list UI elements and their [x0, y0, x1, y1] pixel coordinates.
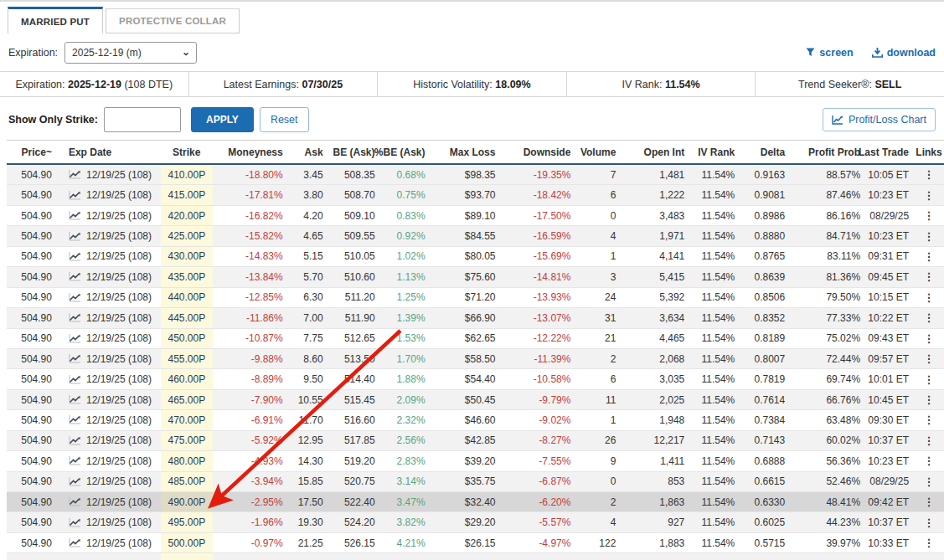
mini-chart-icon[interactable] [69, 375, 81, 384]
table-row[interactable]: 504.9012/19/25 (108)445.00P-11.86%7.0051… [7, 308, 944, 328]
cell-downside: -19.35% [500, 165, 575, 184]
tab-married-put[interactable]: MARRIED PUT [8, 7, 103, 33]
cell-delta: 0.7819 [740, 369, 790, 388]
column-header-strike[interactable]: Strike [161, 146, 213, 158]
table-row[interactable]: 504.9012/19/25 (108)460.00P-8.89%9.50514… [7, 369, 944, 389]
column-header-volume[interactable]: Volume [575, 146, 621, 158]
table-row[interactable]: 504.9012/19/25 (108)490.00P-2.95%17.5052… [7, 492, 944, 512]
cell-strike: 500.00P [161, 533, 213, 552]
row-links-kebab-icon[interactable]: ⋮ [924, 476, 935, 487]
row-links-kebab-icon[interactable]: ⋮ [924, 312, 935, 323]
table-row[interactable]: 504.9012/19/25 (108)410.00P-18.80%3.4550… [7, 165, 944, 185]
row-links-kebab-icon[interactable]: ⋮ [924, 251, 935, 262]
profit-loss-chart-button[interactable]: Profit/Loss Chart [823, 108, 936, 131]
mini-chart-icon[interactable] [69, 313, 81, 322]
cell-downside: -15.69% [500, 247, 575, 266]
tab-protective-collar[interactable]: PROTECTIVE COLLAR [106, 8, 240, 33]
row-links-kebab-icon[interactable]: ⋮ [924, 394, 935, 405]
column-header-last_trade[interactable]: Last Trade [865, 146, 914, 158]
table-row[interactable]: 504.9012/19/25 (108)430.00P-14.83%5.1551… [7, 247, 944, 267]
table-row[interactable]: 504.9012/19/25 (108)470.00P-6.91%11.7051… [7, 410, 944, 430]
table-row[interactable]: 504.9012/19/25 (108)435.00P-13.84%5.7051… [7, 267, 944, 287]
download-button[interactable]: download [872, 47, 936, 59]
cell-last_trade: 10:22 ET [865, 308, 914, 327]
mini-chart-icon[interactable] [69, 232, 81, 241]
mini-chart-icon[interactable] [69, 211, 81, 220]
apply-button[interactable]: APPLY [191, 107, 254, 132]
mini-chart-icon[interactable] [69, 436, 81, 445]
mini-chart-icon[interactable] [69, 170, 81, 179]
row-links-kebab-icon[interactable]: ⋮ [924, 292, 935, 303]
row-links-kebab-icon[interactable]: ⋮ [924, 414, 935, 425]
column-header-exp[interactable]: Exp Date [57, 146, 161, 158]
row-links-kebab-icon[interactable]: ⋮ [924, 455, 935, 466]
cell-links: ⋮ [914, 247, 944, 266]
row-links-kebab-icon[interactable]: ⋮ [924, 190, 935, 201]
cell-price: 504.90 [7, 492, 57, 511]
table-row[interactable]: 504.9012/19/25 (108)450.00P-10.87%7.7551… [7, 329, 944, 349]
column-header-profit_prob[interactable]: Profit Prob [790, 146, 865, 158]
cell-open_int: 1,411 [621, 451, 689, 470]
row-links-kebab-icon[interactable]: ⋮ [924, 231, 935, 242]
table-row[interactable]: 504.9012/19/25 (108)420.00P-16.82%4.2050… [7, 206, 944, 226]
mini-chart-icon[interactable] [69, 354, 81, 363]
reset-button[interactable]: Reset [260, 107, 309, 132]
mini-chart-icon[interactable] [69, 272, 81, 281]
cell-moneyness: -12.85% [213, 288, 288, 307]
row-links-kebab-icon[interactable]: ⋮ [924, 210, 935, 221]
cell-strike: 455.00P [161, 349, 213, 368]
cell-delta [740, 553, 790, 560]
screen-button[interactable]: screen [806, 47, 853, 59]
mini-chart-icon[interactable] [69, 456, 81, 465]
column-header-max_loss[interactable]: Max Loss [431, 146, 501, 158]
column-header-price[interactable]: Price~ [7, 146, 57, 158]
table-row[interactable]: 504.9012/19/25 (108)425.00P-15.82%4.6550… [7, 226, 944, 246]
column-header-links[interactable]: Links [914, 146, 944, 158]
row-links-kebab-icon[interactable]: ⋮ [924, 353, 935, 364]
cell-be_pct: 2.09% [380, 390, 431, 409]
column-header-be_pct[interactable]: %BE (Ask) [380, 146, 431, 158]
cell-be: 509.10 [328, 206, 380, 225]
table-row[interactable]: 504.9012/19/25 (108)500.00P-0.97%21.2552… [7, 533, 944, 553]
column-header-iv_rank[interactable]: IV Rank [689, 146, 740, 158]
table-row[interactable]: 504.9012/19/25 (108)475.00P-5.92%12.9551… [7, 431, 944, 451]
table-row[interactable]: 504.9012/19/25 (108)455.00P-9.88%8.60513… [7, 349, 944, 369]
mini-chart-icon[interactable] [69, 497, 81, 506]
column-header-be[interactable]: BE (Ask) [328, 146, 380, 158]
cell-ask: 3.45 [288, 165, 328, 184]
mini-chart-icon[interactable] [69, 395, 81, 404]
table-row[interactable]: 504.9012/19/25 (108)465.00P-7.90%10.5551… [7, 390, 944, 410]
table-row[interactable]: 504.9012/19/25 (108)480.00P-4.93%14.3051… [7, 451, 944, 471]
row-links-kebab-icon[interactable]: ⋮ [924, 169, 935, 180]
mini-chart-icon[interactable] [69, 293, 81, 302]
column-header-open_int[interactable]: Open Int [621, 146, 689, 158]
strike-filter-input[interactable] [104, 107, 181, 132]
column-header-downside[interactable]: Downside [500, 146, 575, 158]
mini-chart-icon[interactable] [69, 191, 81, 200]
mini-chart-icon[interactable] [69, 477, 81, 486]
row-links-kebab-icon[interactable]: ⋮ [924, 374, 935, 385]
table-row[interactable]: 504.9012/19/25 (108)440.00P-12.85%6.3051… [7, 288, 944, 308]
expiration-select[interactable]: 2025-12-19 (m) ⌄ [64, 42, 197, 64]
mini-chart-icon[interactable] [69, 538, 81, 547]
mini-chart-icon[interactable] [69, 334, 81, 343]
mini-chart-icon[interactable] [69, 252, 81, 261]
table-row[interactable]: 504.9012/19/25 (108)415.00P-17.81%3.8050… [7, 185, 944, 205]
mini-chart-icon[interactable] [69, 518, 81, 527]
row-links-kebab-icon[interactable]: ⋮ [924, 496, 935, 507]
row-links-kebab-icon[interactable]: ⋮ [924, 271, 935, 282]
row-links-kebab-icon[interactable]: ⋮ [924, 517, 935, 528]
row-links-kebab-icon[interactable]: ⋮ [924, 537, 935, 548]
table-row[interactable]: 504.9012/19/25 (108)495.00P-1.96%19.3052… [7, 512, 944, 532]
row-links-kebab-icon[interactable]: ⋮ [924, 333, 935, 344]
column-header-delta[interactable]: Delta [740, 146, 790, 158]
column-header-ask[interactable]: Ask [288, 146, 328, 158]
cell-volume: 24 [575, 288, 621, 307]
cell-profit_prob: 86.16% [790, 206, 865, 225]
row-links-kebab-icon[interactable]: ⋮ [924, 435, 935, 446]
cell-price: 504.90 [7, 329, 57, 348]
cell-links: ⋮ [914, 349, 944, 368]
table-row[interactable]: 504.9012/19/25 (108)485.00P-3.94%15.8552… [7, 472, 944, 492]
mini-chart-icon[interactable] [69, 415, 81, 424]
column-header-moneyness[interactable]: Moneyness [213, 146, 288, 158]
